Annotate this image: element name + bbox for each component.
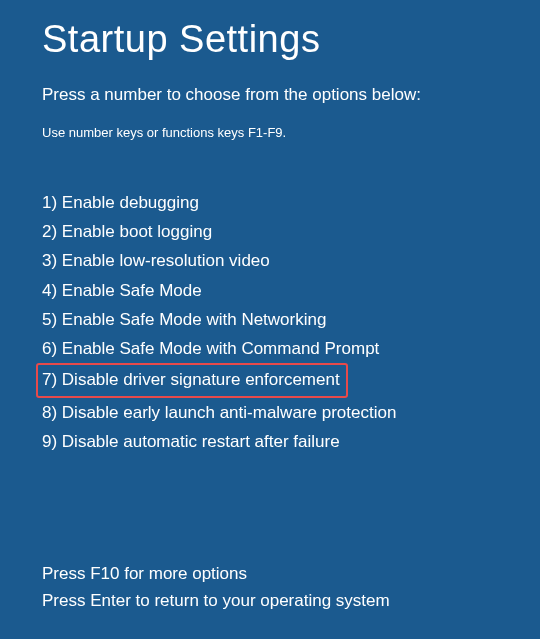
- option-wrapper: 2) Enable boot logging: [42, 217, 500, 246]
- option-wrapper: 8) Disable early launch anti-malware pro…: [42, 398, 500, 427]
- option-item-6[interactable]: 6) Enable Safe Mode with Command Prompt: [42, 334, 379, 363]
- instructions: Use number keys or functions keys F1-F9.: [42, 125, 500, 140]
- option-item-9[interactable]: 9) Disable automatic restart after failu…: [42, 427, 340, 456]
- option-wrapper: 4) Enable Safe Mode: [42, 276, 500, 305]
- footer-more-options: Press F10 for more options: [42, 560, 500, 587]
- option-item-7[interactable]: 7) Disable driver signature enforcement: [36, 363, 348, 397]
- option-item-8[interactable]: 8) Disable early launch anti-malware pro…: [42, 398, 396, 427]
- option-wrapper: 5) Enable Safe Mode with Networking: [42, 305, 500, 334]
- option-item-4[interactable]: 4) Enable Safe Mode: [42, 276, 202, 305]
- subtitle: Press a number to choose from the option…: [42, 85, 500, 105]
- option-item-3[interactable]: 3) Enable low-resolution video: [42, 246, 270, 275]
- footer-return: Press Enter to return to your operating …: [42, 587, 500, 614]
- option-wrapper: 3) Enable low-resolution video: [42, 246, 500, 275]
- page-title: Startup Settings: [42, 18, 500, 61]
- option-wrapper: 9) Disable automatic restart after failu…: [42, 427, 500, 456]
- startup-settings-screen: Startup Settings Press a number to choos…: [0, 0, 540, 639]
- option-wrapper: 1) Enable debugging: [42, 188, 500, 217]
- option-item-5[interactable]: 5) Enable Safe Mode with Networking: [42, 305, 326, 334]
- option-wrapper: 7) Disable driver signature enforcement: [42, 363, 500, 397]
- option-item-1[interactable]: 1) Enable debugging: [42, 188, 199, 217]
- option-item-2[interactable]: 2) Enable boot logging: [42, 217, 212, 246]
- option-wrapper: 6) Enable Safe Mode with Command Prompt: [42, 334, 500, 363]
- options-list: 1) Enable debugging2) Enable boot loggin…: [42, 188, 500, 456]
